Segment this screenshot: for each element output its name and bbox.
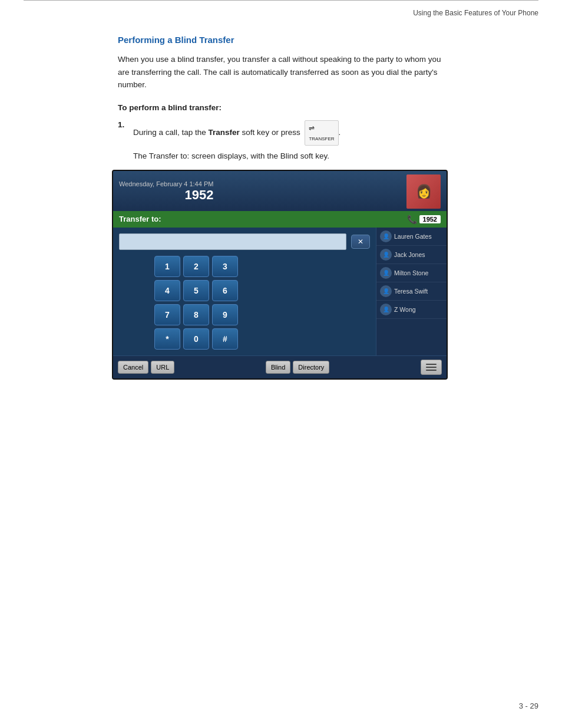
transfer-to-label: Transfer to: [119, 215, 161, 223]
active-call-number: 1952 [419, 215, 441, 223]
contact-milton-stone[interactable]: 👤 Milton Stone [376, 264, 447, 282]
contact-jack-jones[interactable]: 👤 Jack Jones [376, 246, 447, 264]
contact-lauren-gates[interactable]: 👤 Lauren Gates [376, 228, 447, 246]
main-content: Performing a Blind Transfer When you use… [118, 17, 444, 380]
contact-avatar-icon: 👤 [380, 230, 392, 242]
softkey-directory[interactable]: Directory [293, 361, 329, 374]
key-2[interactable]: 2 [183, 256, 209, 277]
menu-line-2 [426, 367, 437, 368]
contact-z-wong[interactable]: 👤 Z Wong [376, 301, 447, 319]
section-title: Performing a Blind Transfer [118, 35, 444, 45]
key-7[interactable]: 7 [154, 304, 180, 325]
transfer-button-icon: ⇌ TRANSFER [305, 120, 338, 146]
phone-info: Wednesday, February 4 1:44 PM 1952 [119, 180, 213, 203]
step-text-suffix: soft key or press [240, 128, 300, 137]
softkey-cancel[interactable]: Cancel [118, 361, 148, 374]
transfer-label-text: TRANSFER [309, 136, 334, 141]
top-rule [24, 0, 538, 5]
phone-left-panel: ✕ 1 2 3 4 5 6 7 8 9 * 0 # [113, 228, 376, 355]
key-9[interactable]: 9 [212, 304, 238, 325]
step-note: The Transfer to: screen displays, with t… [133, 151, 444, 160]
key-0[interactable]: 0 [183, 328, 209, 350]
subheading: To perform a blind transfer: [118, 103, 444, 112]
phone-extension: 1952 [119, 187, 213, 203]
contact-name: Z Wong [394, 306, 416, 314]
key-5[interactable]: 5 [183, 280, 209, 301]
menu-line-1 [426, 364, 437, 365]
phone-body: ✕ 1 2 3 4 5 6 7 8 9 * 0 # [113, 228, 447, 355]
key-star[interactable]: * [154, 328, 180, 350]
step-1: 1. During a call, tap the Transfer soft … [118, 120, 444, 146]
delete-icon: ✕ [358, 238, 363, 246]
key-4[interactable]: 4 [154, 280, 180, 301]
menu-button[interactable] [421, 360, 442, 375]
transfer-to-bar: Transfer to: 📞 1952 [113, 211, 447, 228]
phone-avatar: 👩 [406, 174, 441, 209]
page-footer: 3 - 29 [519, 701, 538, 710]
page-number: 3 - 29 [519, 701, 538, 710]
step-text: During a call, tap the Transfer soft key… [133, 120, 340, 146]
softkey-blind[interactable]: Blind [266, 361, 290, 374]
key-1[interactable]: 1 [154, 256, 180, 277]
contact-avatar-icon: 👤 [380, 249, 392, 261]
menu-line-3 [426, 370, 437, 371]
body-text: When you use a blind transfer, you trans… [118, 53, 444, 91]
step-text-prefix: During a call, tap the [133, 128, 209, 137]
phone-datetime: Wednesday, February 4 1:44 PM [119, 180, 213, 187]
softkey-bar: Cancel URL Blind Directory [113, 355, 447, 378]
header-breadcrumb: Using the Basic Features of Your Phone [0, 5, 562, 17]
step-number: 1. [118, 120, 128, 129]
key-8[interactable]: 8 [183, 304, 209, 325]
contact-name: Milton Stone [394, 269, 428, 277]
softkey-url[interactable]: URL [151, 361, 174, 374]
contact-avatar-icon: 👤 [380, 304, 392, 315]
contacts-list: 👤 Lauren Gates 👤 Jack Jones 👤 Milton Sto… [376, 228, 447, 355]
contact-name: Lauren Gates [394, 233, 432, 241]
avatar-image: 👩 [406, 174, 441, 209]
contact-teresa-swift[interactable]: 👤 Teresa Swift [376, 282, 447, 301]
step-text-bold: Transfer [209, 128, 240, 137]
phone-number-input[interactable] [119, 233, 346, 250]
active-call-badge: 📞 1952 [407, 215, 441, 224]
transfer-arrow-icon: ⇌ [309, 123, 315, 134]
contact-avatar-icon: 👤 [380, 267, 392, 279]
call-icon: 📞 [407, 215, 417, 224]
contact-name: Jack Jones [394, 251, 425, 259]
contact-name: Teresa Swift [394, 288, 428, 295]
menu-lines-icon [426, 364, 437, 371]
key-hash[interactable]: # [212, 328, 238, 350]
phone-top-bar: Wednesday, February 4 1:44 PM 1952 👩 [113, 171, 447, 211]
keypad: 1 2 3 4 5 6 7 8 9 * 0 # [154, 256, 370, 350]
contact-avatar-icon: 👤 [380, 285, 392, 297]
key-3[interactable]: 3 [212, 256, 238, 277]
phone-screen: Wednesday, February 4 1:44 PM 1952 👩 Tra… [112, 170, 448, 380]
delete-button[interactable]: ✕ [351, 235, 370, 249]
key-6[interactable]: 6 [212, 280, 238, 301]
input-row: ✕ [119, 233, 370, 250]
